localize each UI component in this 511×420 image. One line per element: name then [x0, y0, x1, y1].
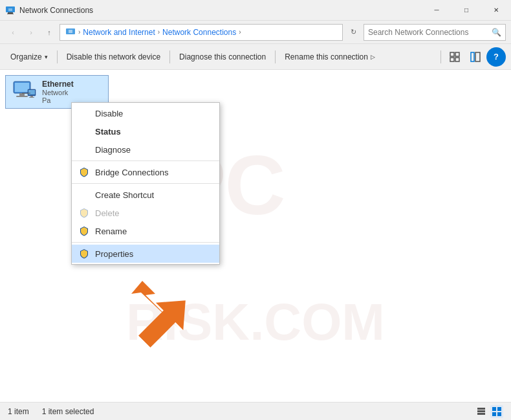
refresh-button[interactable]: ↻	[345, 25, 361, 40]
toolbar: Organize ▾ Disable this network device D…	[0, 44, 511, 70]
status-bar-right	[475, 405, 503, 418]
delete-shield-icon	[78, 207, 90, 219]
ctx-disable[interactable]: Disable	[72, 104, 219, 122]
change-view-icon	[449, 51, 461, 63]
ctx-delete-label: Delete	[95, 208, 120, 218]
pane-icon	[470, 51, 481, 63]
search-box: 🔍	[364, 24, 506, 41]
ctx-delete[interactable]: Delete	[72, 204, 219, 222]
svg-rect-14	[19, 93, 25, 96]
help-button[interactable]: ?	[486, 47, 506, 67]
properties-shield-icon	[78, 248, 90, 260]
ethernet-sub: Pa	[42, 96, 74, 104]
svg-rect-5	[69, 30, 72, 33]
back-button[interactable]: ‹	[5, 25, 21, 40]
ethernet-info: Ethernet Network Pa	[42, 80, 74, 104]
diagnose-button[interactable]: Diagnose this connection	[174, 47, 271, 67]
detail-view-icon	[492, 406, 502, 417]
watermark-bottom: RISK.COM	[126, 293, 385, 352]
item-count: 1 item	[8, 407, 29, 416]
svg-rect-1	[8, 12, 13, 14]
svg-rect-15	[16, 96, 28, 97]
ctx-rename-label: Rename	[95, 227, 127, 236]
breadcrumb-network-internet[interactable]: Network and Internet	[83, 28, 155, 37]
svg-rect-3	[8, 8, 12, 11]
ctx-diagnose[interactable]: Diagnose	[72, 140, 219, 159]
svg-rect-6	[450, 52, 454, 56]
ctx-diagnose-label: Diagnose	[95, 145, 131, 155]
ctx-shortcut[interactable]: Create Shortcut	[72, 186, 219, 204]
toolbar-separator-4	[440, 50, 441, 63]
svg-rect-8	[450, 58, 454, 61]
svg-rect-19	[29, 97, 34, 98]
maximize-button[interactable]: □	[451, 0, 481, 21]
svg-rect-26	[492, 407, 496, 411]
svg-rect-18	[30, 96, 33, 97]
ctx-sep-1	[72, 160, 219, 161]
search-icon: 🔍	[492, 28, 501, 37]
arrow-container	[124, 280, 206, 362]
svg-rect-17	[28, 90, 35, 94]
ctx-status[interactable]: Status	[72, 122, 219, 140]
detail-view-button[interactable]	[490, 405, 503, 418]
title-bar: Network Connections ─ □ ✕	[0, 0, 511, 21]
toolbar-right: ?	[438, 47, 506, 67]
ctx-properties[interactable]: Properties	[72, 245, 219, 263]
svg-rect-23	[477, 408, 485, 410]
toolbar-separator-3	[275, 50, 276, 63]
selected-count: 1 item selected	[42, 407, 94, 416]
ctx-bridge-label: Bridge Connections	[95, 168, 168, 177]
search-input[interactable]	[368, 28, 489, 37]
svg-rect-29	[497, 412, 501, 416]
svg-rect-7	[455, 52, 459, 56]
context-menu: Disable Status Diagnose Bridge Connectio…	[71, 102, 220, 265]
close-button[interactable]: ✕	[481, 0, 511, 21]
window-icon	[5, 5, 16, 16]
minimize-button[interactable]: ─	[422, 0, 451, 21]
list-view-button[interactable]	[475, 405, 488, 418]
window-title: Network Connections	[19, 6, 93, 15]
breadcrumb-network-connections[interactable]: Network Connections	[162, 28, 236, 37]
address-bar: ‹ › ↑ › Network and Internet › Network C…	[0, 21, 511, 44]
ethernet-name: Ethernet	[42, 80, 74, 89]
svg-rect-2	[7, 14, 14, 14]
window-controls: ─ □ ✕	[422, 0, 511, 21]
forward-button[interactable]: ›	[23, 25, 39, 40]
svg-rect-25	[477, 413, 485, 415]
breadcrumb-icon	[65, 27, 76, 38]
svg-rect-10	[471, 52, 474, 61]
svg-rect-13	[15, 83, 29, 92]
ethernet-type: Network	[42, 89, 74, 96]
change-view-button[interactable]	[445, 47, 464, 67]
help-icon: ?	[494, 52, 499, 61]
title-bar-left: Network Connections	[5, 5, 93, 16]
svg-rect-27	[497, 407, 501, 411]
svg-marker-21	[139, 289, 181, 331]
up-button[interactable]: ↑	[41, 25, 57, 40]
svg-marker-22	[131, 287, 199, 355]
svg-rect-9	[455, 58, 459, 61]
ctx-sep-3	[72, 242, 219, 243]
ctx-rename[interactable]: Rename	[72, 222, 219, 240]
ctx-shortcut-label: Create Shortcut	[95, 190, 154, 200]
toolbar-separator-1	[57, 50, 58, 63]
ctx-properties-label: Properties	[95, 249, 133, 259]
disable-device-button[interactable]: Disable this network device	[61, 47, 166, 67]
bridge-shield-icon	[78, 166, 90, 178]
ethernet-icon	[11, 80, 37, 104]
ctx-sep-2	[72, 183, 219, 184]
rename-shield-icon	[78, 225, 90, 237]
status-bar: 1 item 1 item selected	[0, 402, 511, 420]
ctx-bridge[interactable]: Bridge Connections	[72, 163, 219, 181]
orange-arrow	[126, 276, 191, 340]
main-content: 9PC RISK.COM Ethernet Network Pa	[0, 70, 511, 402]
ctx-disable-label: Disable	[95, 109, 123, 118]
toolbar-separator-2	[169, 50, 170, 63]
rename-button[interactable]: Rename this connection ▷	[279, 47, 380, 67]
svg-rect-24	[477, 410, 485, 412]
ctx-status-label: Status	[95, 127, 121, 137]
organize-button[interactable]: Organize ▾	[5, 47, 53, 67]
pane-button[interactable]	[466, 47, 485, 67]
arrow-svg	[124, 280, 206, 362]
svg-rect-11	[475, 52, 480, 61]
